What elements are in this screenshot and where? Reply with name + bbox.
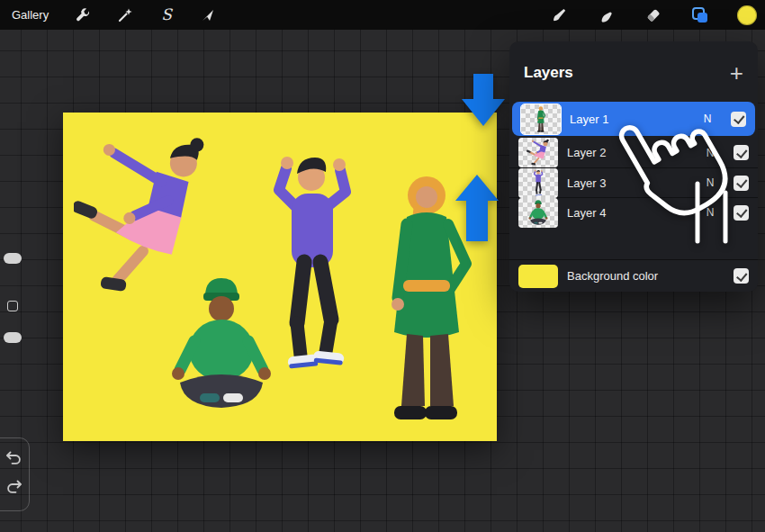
add-layer-button[interactable]: + [730,61,743,85]
background-color-label: Background color [567,269,724,283]
wrench-icon [76,7,92,23]
layers-panel-header: Layers + [509,41,758,99]
eraser-button[interactable] [644,5,663,25]
paint-brush-icon [552,7,568,23]
character-sitting-man [172,278,271,408]
layer-1-thumbnail [521,104,561,134]
artwork [63,113,497,441]
undo-button[interactable] [5,450,22,468]
move-down-arrow [462,74,505,126]
modify-button[interactable] [7,301,18,311]
redo-button[interactable] [5,479,22,497]
selection-button[interactable]: S [157,5,176,25]
move-up-arrow [455,175,499,241]
character-jumping-man [279,157,346,369]
adjustments-button[interactable] [115,5,135,25]
smudge-button[interactable] [597,5,616,25]
color-button[interactable] [737,5,757,25]
background-visibility-checkbox[interactable] [734,268,749,284]
selection-s-icon: S [161,7,172,23]
layers-button[interactable] [690,5,710,25]
background-color-swatch [518,265,558,288]
layers-icon [691,6,709,24]
gallery-button[interactable]: Gallery [12,8,49,22]
canvas[interactable] [63,113,497,441]
layer-4-thumbnail [518,198,558,228]
undo-redo-frame [0,437,30,511]
character-falling-woman [71,138,204,292]
layer-3-thumbnail [518,168,558,198]
top-toolbar: Gallery S [0,0,765,30]
undo-icon [5,450,22,465]
brush-button[interactable] [550,5,570,25]
procreate-app: Gallery S [0,0,765,532]
brush-size-slider[interactable] [4,253,22,264]
tap-hand-cursor [608,106,765,259]
layers-panel-title: Layers [524,64,573,82]
eraser-icon [645,7,662,23]
layer-2-thumbnail [518,138,558,167]
background-color-row[interactable]: Background color [509,259,758,292]
color-circle [737,5,757,25]
opacity-slider[interactable] [4,332,22,343]
actions-button[interactable] [74,5,94,25]
transform-arrow-icon [200,7,216,23]
magic-wand-icon [117,7,133,23]
redo-icon [5,479,22,494]
transform-button[interactable] [198,5,218,25]
smudge-icon [598,7,615,23]
layer-move-arrows [450,70,513,247]
hand-outline [616,96,735,227]
